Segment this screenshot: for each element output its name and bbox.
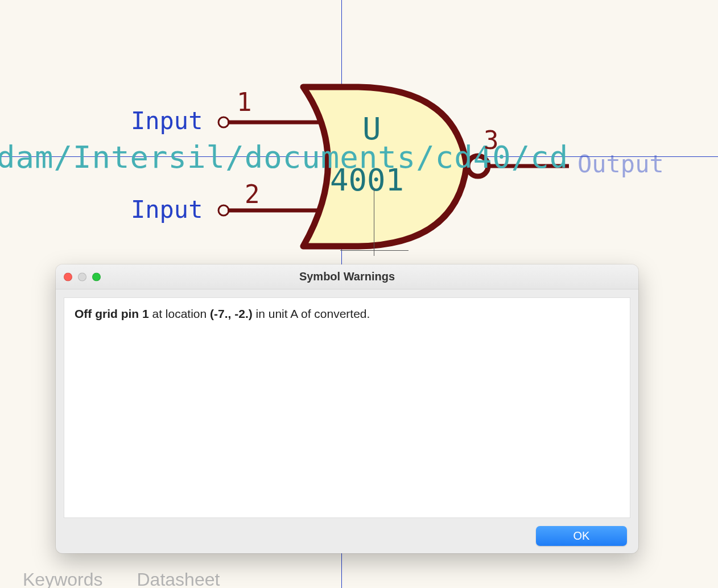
footer-keywords-label: Keywords <box>23 569 103 588</box>
window-zoom-button[interactable] <box>92 272 101 281</box>
svg-point-4 <box>218 205 229 216</box>
gate-symbol <box>0 0 718 256</box>
dialog-message-area: Off grid pin 1 at location (-7., -2.) in… <box>64 297 630 518</box>
pin-2-number: 2 <box>245 182 260 207</box>
pin-3-number: 3 <box>484 128 499 153</box>
window-close-button[interactable] <box>64 272 72 281</box>
warning-message: Off grid pin 1 at location (-7., -2.) in… <box>75 307 620 321</box>
dialog-titlebar[interactable]: Symbol Warnings <box>56 264 638 289</box>
warning-pin-bold: Off grid pin 1 <box>75 307 149 320</box>
warning-text-2: in unit A of converted. <box>253 307 370 320</box>
symbol-reference: U <box>362 114 381 144</box>
origin-cross-h <box>340 250 408 251</box>
footer-field-labels: Keywords Datasheet <box>23 569 220 588</box>
window-minimize-button[interactable] <box>78 272 86 281</box>
svg-point-2 <box>218 117 229 127</box>
dialog-title: Symbol Warnings <box>299 270 395 283</box>
footer-datasheet-label: Datasheet <box>137 569 220 588</box>
window-traffic-lights <box>64 272 101 281</box>
warning-coords-bold: (-7., -2.) <box>210 307 253 320</box>
symbol-warnings-dialog: Symbol Warnings Off grid pin 1 at locati… <box>56 264 638 553</box>
origin-cross-v <box>374 188 374 256</box>
warning-text-1: at location <box>149 307 210 320</box>
dialog-footer: OK <box>56 518 638 553</box>
symbol-value: 4001 <box>330 165 404 196</box>
pin-3-name: Output <box>577 152 664 176</box>
pin-1-number: 1 <box>237 90 252 115</box>
pin-1-name: Input <box>131 109 203 133</box>
pin-2-name: Input <box>131 198 203 222</box>
ok-button[interactable]: OK <box>536 526 627 546</box>
